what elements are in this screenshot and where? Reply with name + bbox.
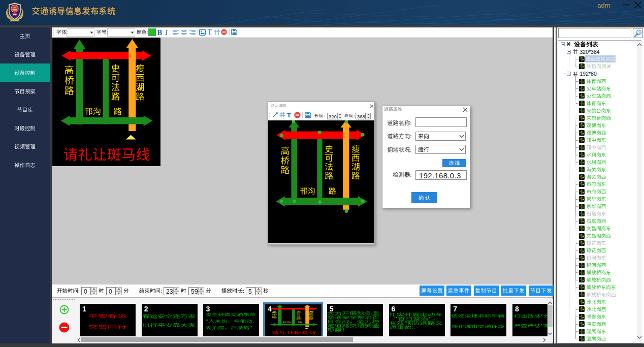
svg-text:3: 3 <box>638 30 640 34</box>
